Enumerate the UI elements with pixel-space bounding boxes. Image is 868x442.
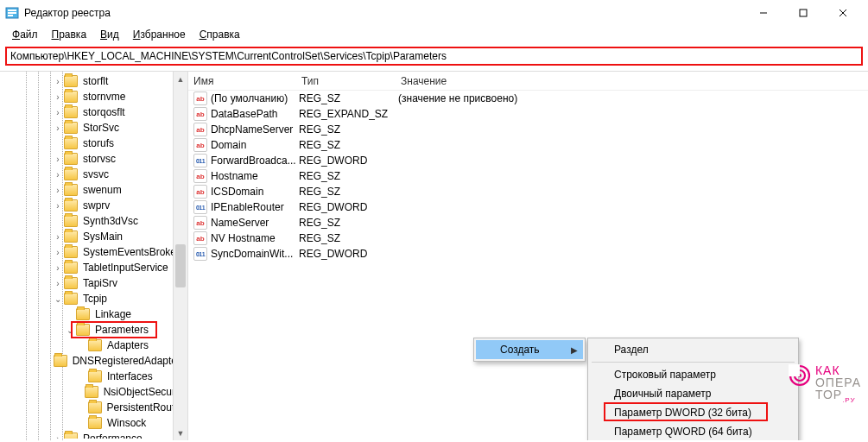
address-text: Компьютер\HKEY_LOCAL_MACHINE\SYSTEM\Curr…	[10, 50, 447, 62]
value-data: (значение не присвоено)	[398, 92, 868, 104]
value-row[interactable]: HostnameREG_SZ	[188, 168, 868, 184]
tree-label: SysMain	[81, 230, 124, 243]
tree-label: TapiSrv	[81, 277, 119, 289]
tree-item[interactable]: ›stornvme	[0, 89, 187, 104]
twisty-open-icon[interactable]: ⌄	[64, 325, 76, 335]
tree-item[interactable]: ›storflt	[0, 73, 187, 89]
tree-item[interactable]: ›StorSvc	[0, 120, 187, 136]
close-button[interactable]	[823, 0, 863, 26]
twisty-closed-icon[interactable]: ›	[52, 434, 64, 439]
twisty-closed-icon[interactable]: ›	[52, 232, 64, 242]
tree-item[interactable]: Adapters	[0, 338, 187, 353]
tree-item[interactable]: ⌄Parameters	[0, 322, 187, 338]
scroll-up-icon[interactable]: ▲	[174, 72, 187, 86]
twisty-closed-icon[interactable]: ›	[52, 92, 64, 102]
tree-item[interactable]: Interfaces	[0, 369, 187, 384]
minimize-button[interactable]	[744, 0, 783, 26]
twisty-closed-icon[interactable]: ›	[52, 201, 64, 211]
tree-item[interactable]: ›SystemEventsBroker	[0, 244, 187, 260]
folder-icon	[85, 386, 98, 398]
tree-item[interactable]: ›swprv	[0, 198, 187, 213]
menu-edit[interactable]: Правка	[45, 27, 94, 42]
folder-icon	[64, 199, 78, 212]
tree-item[interactable]: ›TapiSrv	[0, 275, 187, 291]
tree-item[interactable]: Winsock	[0, 415, 187, 431]
svg-rect-5	[800, 9, 807, 16]
tree-item[interactable]: ›TabletInputService	[0, 260, 187, 275]
value-type: REG_SZ	[299, 232, 398, 244]
tree-item[interactable]: ›storvsc	[0, 151, 187, 167]
col-type[interactable]: Тип	[296, 75, 396, 87]
ctx-item[interactable]: Раздел	[590, 340, 796, 359]
twisty-closed-icon[interactable]: ›	[52, 123, 64, 133]
col-value[interactable]: Значение	[396, 75, 868, 87]
tree-item[interactable]: ›storqosflt	[0, 104, 187, 120]
value-row[interactable]: ForwardBroadca...REG_DWORD	[188, 153, 868, 168]
tree-item[interactable]: DNSRegisteredAdapters	[0, 353, 187, 369]
value-row[interactable]: NameServerREG_SZ	[188, 215, 868, 230]
col-name[interactable]: Имя	[188, 75, 296, 87]
tree-item[interactable]: Synth3dVsc	[0, 213, 187, 229]
value-type: REG_SZ	[299, 170, 398, 182]
folder-icon	[88, 417, 102, 429]
tree-item[interactable]: ›swenum	[0, 182, 187, 198]
column-headers[interactable]: Имя Тип Значение	[188, 72, 868, 91]
maximize-button[interactable]	[783, 0, 823, 26]
wm-line3: ТОР	[815, 388, 842, 401]
window-title: Редактор реестра	[24, 7, 111, 19]
scroll-thumb[interactable]	[175, 244, 186, 287]
twisty-closed-icon[interactable]: ›	[52, 77, 64, 86]
value-row[interactable]: ICSDomainREG_SZ	[188, 184, 868, 199]
ctx-create-item[interactable]: Создать ▶	[476, 340, 583, 359]
wm-suffix: .РУ	[842, 396, 855, 404]
folder-icon	[76, 324, 90, 336]
twisty-closed-icon[interactable]: ›	[52, 108, 64, 117]
reg-string-icon	[193, 231, 207, 245]
twisty-closed-icon[interactable]: ›	[52, 186, 64, 195]
value-row[interactable]: DataBasePathREG_EXPAND_SZ	[188, 106, 868, 122]
tree-item[interactable]: ›SysMain	[0, 229, 187, 244]
tree-pane[interactable]: ›storflt›stornvme›storqosflt›StorSvcstor…	[0, 72, 188, 440]
twisty-closed-icon[interactable]: ›	[52, 170, 64, 180]
value-type: REG_SZ	[299, 217, 398, 229]
value-row[interactable]: DhcpNameServerREG_SZ	[188, 122, 868, 137]
ctx-item[interactable]: Параметр DWORD (32 бита)	[590, 403, 796, 422]
ctx-item[interactable]: Двоичный параметр	[590, 384, 796, 403]
tree-item[interactable]: ›svsvc	[0, 167, 187, 182]
value-name: DhcpNameServer	[211, 123, 299, 136]
twisty-closed-icon[interactable]: ›	[52, 263, 64, 273]
folder-icon	[64, 277, 78, 289]
twisty-open-icon[interactable]: ⌄	[52, 294, 64, 304]
tree-item[interactable]: ⌄Tcpip	[0, 291, 187, 306]
folder-icon	[64, 293, 78, 305]
twisty-closed-icon[interactable]: ›	[52, 248, 64, 257]
twisty-closed-icon[interactable]: ›	[52, 155, 64, 164]
folder-icon	[54, 355, 67, 367]
tree-item[interactable]: storufs	[0, 136, 187, 151]
menu-view[interactable]: Вид	[93, 27, 126, 42]
folder-icon	[64, 153, 78, 165]
ctx-item[interactable]: Параметр QWORD (64 бита)	[590, 422, 796, 440]
folder-icon	[64, 215, 78, 227]
address-bar[interactable]: Компьютер\HKEY_LOCAL_MACHINE\SYSTEM\Curr…	[5, 47, 863, 66]
tree-item[interactable]: Linkage	[0, 306, 187, 322]
value-row[interactable]: IPEnableRouterREG_DWORD	[188, 199, 868, 215]
value-row[interactable]: SyncDomainWit...REG_DWORD	[188, 246, 868, 262]
wm-line1: КАК	[815, 364, 861, 376]
reg-string-icon	[193, 169, 207, 183]
tree-scrollbar[interactable]: ▲ ▼	[173, 72, 187, 440]
value-row[interactable]: (По умолчанию)REG_SZ(значение не присвое…	[188, 91, 868, 106]
tree-item[interactable]: NsiObjectSecurity	[0, 384, 187, 400]
menu-favorites[interactable]: Избранное	[126, 27, 193, 42]
menu-help[interactable]: Справка	[193, 27, 247, 42]
tree-item[interactable]: PersistentRoutes	[0, 400, 187, 415]
submenu-arrow-icon: ▶	[571, 345, 578, 355]
tree-item[interactable]: ›Performance	[0, 431, 187, 439]
menu-file[interactable]: Файл	[5, 27, 45, 42]
value-row[interactable]: DomainREG_SZ	[188, 137, 868, 153]
twisty-closed-icon[interactable]: ›	[52, 279, 64, 288]
tree-label: DNSRegisteredAdapters	[71, 355, 187, 367]
scroll-down-icon[interactable]: ▼	[174, 426, 187, 440]
value-row[interactable]: NV HostnameREG_SZ	[188, 230, 868, 246]
ctx-item[interactable]: Строковый параметр	[590, 365, 796, 384]
